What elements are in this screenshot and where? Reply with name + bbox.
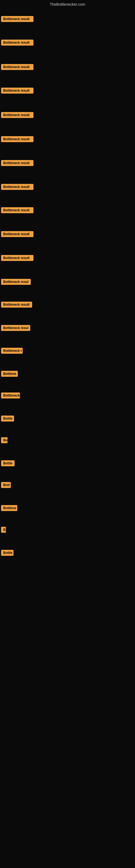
bottleneck-badge-5: Bottleneck result (1, 112, 34, 118)
bottleneck-badge-13: Bottleneck result (1, 302, 32, 308)
badge-row-24: Bottle (1, 550, 13, 557)
bottleneck-badge-14: Bottleneck resul (1, 325, 30, 331)
badge-row-23: B (1, 527, 6, 534)
bottleneck-badge-24: Bottle (1, 550, 13, 556)
badge-row-16: Bottlene (1, 371, 18, 378)
bottleneck-badge-12: Bottleneck resul (1, 279, 31, 285)
bottleneck-badge-1: Bottleneck result (1, 16, 34, 22)
badge-row-5: Bottleneck result (1, 112, 34, 119)
badges-container: Bottleneck resultBottleneck resultBottle… (0, 9, 135, 866)
bottleneck-badge-4: Bottleneck result (1, 88, 34, 94)
badge-row-15: Bottleneck r (1, 348, 23, 355)
bottleneck-badge-6: Bottleneck result (1, 136, 34, 142)
badge-row-22: Bottlene (1, 505, 17, 512)
bottleneck-badge-17: Bottleneck (1, 393, 20, 399)
bottleneck-badge-9: Bottleneck result (1, 207, 34, 213)
badge-row-9: Bottleneck result (1, 207, 34, 214)
badge-row-1: Bottleneck result (1, 16, 34, 23)
badge-row-19: Bo (1, 437, 8, 444)
bottleneck-badge-20: Bottle (1, 460, 14, 466)
badge-row-7: Bottleneck result (1, 160, 34, 167)
bottleneck-badge-23: B (1, 527, 6, 533)
badge-row-20: Bottle (1, 460, 14, 467)
bottleneck-badge-10: Bottleneck result (1, 231, 34, 237)
badge-row-11: Bottleneck result (1, 255, 34, 262)
bottleneck-badge-21: Bott (1, 482, 11, 488)
badge-row-3: Bottleneck result (1, 64, 34, 71)
bottleneck-badge-8: Bottleneck result (1, 184, 34, 190)
badge-row-8: Bottleneck result (1, 184, 34, 191)
site-header: TheBottlenecker.com (0, 0, 135, 9)
badge-row-17: Bottleneck (1, 393, 20, 400)
bottleneck-badge-7: Bottleneck result (1, 160, 34, 166)
badge-row-21: Bott (1, 482, 11, 489)
bottleneck-badge-11: Bottleneck result (1, 255, 34, 261)
badge-row-14: Bottleneck resul (1, 325, 30, 332)
bottleneck-badge-22: Bottlene (1, 505, 17, 511)
site-title: TheBottlenecker.com (0, 0, 135, 9)
badge-row-6: Bottleneck result (1, 136, 34, 143)
badge-row-12: Bottleneck resul (1, 279, 31, 286)
badge-row-4: Bottleneck result (1, 88, 34, 95)
badge-row-2: Bottleneck result (1, 40, 34, 46)
bottleneck-badge-3: Bottleneck result (1, 64, 34, 70)
badge-row-10: Bottleneck result (1, 231, 34, 238)
badge-row-13: Bottleneck result (1, 302, 32, 309)
bottleneck-badge-15: Bottleneck r (1, 348, 23, 354)
bottleneck-badge-2: Bottleneck result (1, 40, 34, 45)
bottleneck-badge-16: Bottlene (1, 371, 18, 377)
bottleneck-badge-18: Bottle (1, 415, 14, 422)
badge-row-18: Bottle (1, 415, 14, 423)
bottleneck-badge-19: Bo (1, 437, 8, 443)
